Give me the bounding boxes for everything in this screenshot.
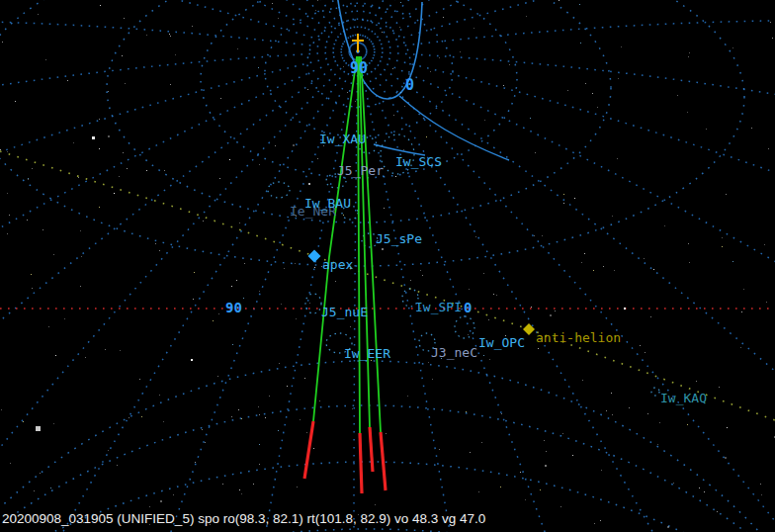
anti-helion-label: anti-helion: [536, 331, 621, 344]
coordinate-label-eq-90-left: 90: [225, 301, 242, 314]
radiant-label-Iw_KAQ: Iw_KAQ: [660, 392, 707, 404]
coordinate-label-ra-0-pole: 0: [405, 78, 414, 93]
radiant-label-Iw_EER: Iw_EER: [344, 347, 390, 360]
radiant-label-J5_Per: J5_Per: [337, 164, 384, 177]
apex-label: apex: [322, 258, 353, 271]
radiant-label-J3_neC: J3_neC: [431, 346, 477, 359]
radiant-label-Iw_SCS: Iw_SCS: [395, 155, 442, 168]
radiant-label-Iw_BAU: Iw_BAU: [304, 197, 351, 210]
radiant-label-J5_sPe: J5_sPe: [376, 232, 422, 245]
radiant-label-Iw_SPI: Iw_SPI: [415, 301, 462, 313]
status-bar: 20200908_031905 (UNIFIED_5) spo ro(98.3,…: [2, 511, 485, 526]
label-layer: Iw_XAUIw_SCSJ5_PerIe_NeRIw_BAUJ5_sPeJ5_n…: [0, 0, 775, 532]
radiant-label-J5_nuE: J5_nuE: [321, 306, 368, 318]
coordinate-label-dec-90-pole: 90: [350, 61, 368, 76]
sky-map[interactable]: Iw_XAUIw_SCSJ5_PerIe_NeRIw_BAUJ5_sPeJ5_n…: [0, 0, 775, 532]
coordinate-label-eq-0-right: 0: [464, 301, 472, 314]
radiant-label-Iw_OPC: Iw_OPC: [478, 336, 525, 349]
radiant-label-Iw_XAU: Iw_XAU: [319, 133, 366, 145]
